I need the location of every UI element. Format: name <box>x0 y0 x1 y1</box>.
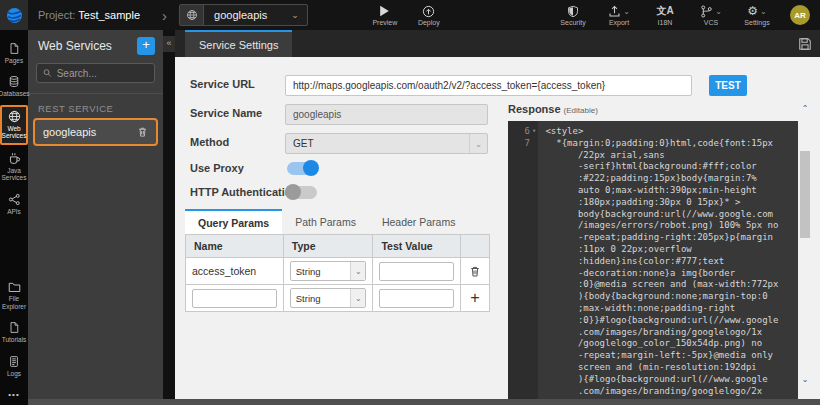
fold-toggle-icon[interactable] <box>530 350 538 362</box>
fold-toggle-icon[interactable] <box>530 150 538 162</box>
line-number <box>508 209 530 221</box>
tab-path-params[interactable]: Path Params <box>282 209 369 234</box>
service-url-input[interactable] <box>285 75 692 96</box>
project-label: Project: <box>38 9 75 21</box>
line-number <box>508 350 530 362</box>
sidebar-item-file-explorer[interactable]: File Explorer <box>0 277 28 314</box>
scrollbar-thumb[interactable] <box>800 151 810 238</box>
fold-toggle-icon[interactable] <box>530 185 538 197</box>
fold-toggle-icon[interactable] <box>530 256 538 268</box>
http-auth-toggle[interactable] <box>287 186 317 199</box>
service-name-input <box>285 104 488 125</box>
fold-toggle-icon[interactable] <box>530 338 538 350</box>
scroll-down-arrow-icon[interactable]: ⌄ <box>798 374 812 386</box>
trash-icon[interactable] <box>137 126 148 138</box>
line-number <box>508 386 530 398</box>
fold-toggle-icon[interactable] <box>530 244 538 256</box>
sidebar-item-databases[interactable]: Databases <box>0 71 28 101</box>
sidebar-item-apis[interactable]: APIs <box>0 189 28 219</box>
code-text: ){body{background:none;margin-top:0 <box>538 291 768 303</box>
fold-toggle-icon[interactable] <box>530 209 538 221</box>
collapse-panel-button[interactable]: « <box>163 36 175 52</box>
topbar-right-actions: Security ⌄ Export 文A I18N ⌄ VCS <box>558 4 816 26</box>
sidebar-item-tutorials[interactable]: Tutorials <box>0 317 28 347</box>
fold-toggle-icon[interactable] <box>530 279 538 291</box>
fold-toggle-icon[interactable] <box>530 315 538 327</box>
scroll-up-arrow-icon[interactable]: ⌃ <box>798 103 812 115</box>
user-avatar[interactable]: AR <box>790 5 810 25</box>
use-proxy-toggle[interactable] <box>287 162 317 175</box>
fold-toggle-icon[interactable] <box>530 386 538 398</box>
response-code-editor[interactable]: 6 ▾ <style> 7 *{margin:0;padding:0}html,… <box>508 121 798 404</box>
code-line: 7 *{margin:0;padding:0}html,code{font:15… <box>508 138 798 150</box>
service-search-box[interactable] <box>36 63 155 83</box>
service-selector-dropdown[interactable]: googleapis ⌄ <box>179 4 308 26</box>
sidebar-item-web-services[interactable]: Web Services <box>0 105 28 145</box>
chevron-down-icon: ⌄ <box>623 7 630 16</box>
code-line: :hidden}ins{color:#777;text <box>508 256 798 268</box>
wavemaker-logo-icon <box>6 7 23 24</box>
settings-button[interactable]: ⚙ ⌄ Settings <box>742 4 772 26</box>
deploy-button[interactable]: Deploy <box>414 4 444 26</box>
test-value-input[interactable] <box>379 289 454 308</box>
fold-toggle-icon[interactable] <box>530 232 538 244</box>
fold-toggle-icon[interactable] <box>530 220 538 232</box>
settings-label: Settings <box>744 19 769 26</box>
method-select[interactable]: GET ⌄ <box>285 133 488 154</box>
sidebar-item-java-services[interactable]: Java Services <box>0 148 28 186</box>
service-list-item-googleapis[interactable]: googleapis <box>33 118 158 146</box>
code-line: auto 0;max-width:390px;min-height <box>508 185 798 197</box>
deploy-cloud-up-icon <box>422 5 435 18</box>
type-select[interactable]: String ⌄ <box>290 261 367 281</box>
code-line: ){body{background:none;margin-top:0 <box>508 291 798 303</box>
rest-service-section-label: REST SERVICE <box>38 103 153 114</box>
app-logo[interactable] <box>0 0 28 30</box>
table-header-row: Name Type Test Value <box>186 235 490 258</box>
security-label: Security <box>560 19 585 26</box>
add-row-button[interactable]: + <box>461 285 490 312</box>
fold-toggle-icon[interactable] <box>530 173 538 185</box>
fold-toggle-icon[interactable] <box>530 327 538 339</box>
param-name-input[interactable] <box>192 289 277 308</box>
fold-toggle-icon[interactable]: ▾ <box>530 126 538 138</box>
fold-toggle-icon[interactable] <box>530 138 538 150</box>
fold-toggle-icon[interactable] <box>530 161 538 173</box>
test-value-input[interactable] <box>379 262 454 281</box>
fold-toggle-icon[interactable] <box>530 374 538 386</box>
add-service-button[interactable]: + <box>137 37 155 55</box>
export-button[interactable]: ⌄ Export <box>604 4 634 26</box>
fold-toggle-icon[interactable] <box>530 197 538 209</box>
sidebar-item-logs[interactable]: Logs <box>0 351 28 381</box>
tab-service-settings[interactable]: Service Settings <box>185 30 292 57</box>
line-number <box>508 256 530 268</box>
fold-toggle-icon[interactable] <box>530 268 538 280</box>
sidebar-item-pages[interactable]: Pages <box>0 38 28 68</box>
vcs-button[interactable]: ⌄ VCS <box>696 4 726 26</box>
search-icon <box>43 68 52 78</box>
type-select[interactable]: String ⌄ <box>290 288 367 308</box>
globe-icon <box>180 5 204 25</box>
i18n-button[interactable]: 文A I18N <box>650 4 680 26</box>
fold-toggle-icon[interactable] <box>530 362 538 374</box>
tab-header-params[interactable]: Header Params <box>369 209 469 234</box>
fold-toggle-icon[interactable] <box>530 303 538 315</box>
test-button[interactable]: TEST <box>709 75 747 96</box>
code-text: auto 0;max-width:390px;min-height <box>538 185 757 197</box>
trash-icon <box>469 265 481 278</box>
save-button[interactable] <box>798 30 812 57</box>
search-input[interactable] <box>57 68 148 79</box>
fold-toggle-icon[interactable] <box>530 291 538 303</box>
editor-scrollbar[interactable]: ⌃ ⌄ <box>798 103 812 386</box>
code-text: ){#logo{background:url(//www.google <box>538 374 768 386</box>
vcs-label: VCS <box>704 19 718 26</box>
security-button[interactable]: Security <box>558 4 588 26</box>
panel-header: Web Services + <box>28 30 163 61</box>
response-panel: Response(Editable) 6 ▾ <style> 7 <box>508 99 812 404</box>
main-area: Service Settings Service URL TEST Servic… <box>175 30 820 399</box>
tab-query-params[interactable]: Query Params <box>185 209 282 234</box>
code-line: ){#logo{background:url(//www.google <box>508 374 798 386</box>
column-header-test-value: Test Value <box>373 235 461 258</box>
more-options-icon[interactable]: ••• <box>8 384 19 405</box>
delete-row-button[interactable] <box>461 258 490 285</box>
preview-button[interactable]: Preview <box>370 4 400 26</box>
